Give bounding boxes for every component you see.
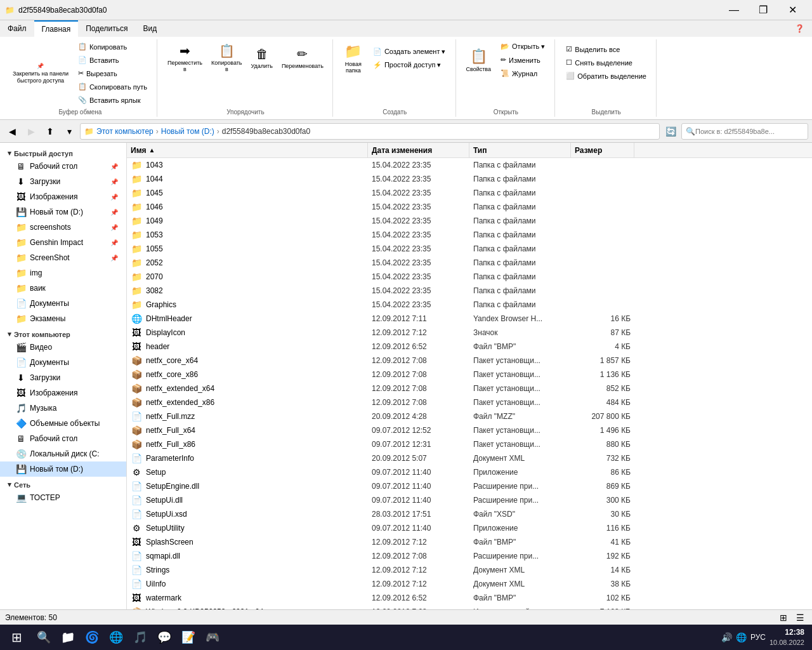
table-row[interactable]: 🖼 SplashScreen 12.09.2012 7:12 Файл "BMP… xyxy=(127,535,812,549)
sidebar-item-vaik[interactable]: 📁 ваик xyxy=(0,281,126,296)
properties-button[interactable]: 📋 Свойства xyxy=(462,46,495,75)
taskbar-search-button[interactable]: 🔍 xyxy=(33,626,55,649)
table-row[interactable]: 📦 netfx_core_x64 12.09.2012 7:08 Пакет у… xyxy=(127,354,812,368)
taskbar-chat-button[interactable]: 💬 xyxy=(154,626,175,649)
taskbar-app3-button[interactable]: 🌀 xyxy=(81,626,103,649)
table-row[interactable]: 📁 1049 15.04.2022 23:35 Папка с файлами xyxy=(127,214,812,228)
move-button[interactable]: ➡ Переместитьв xyxy=(164,41,206,75)
journal-button[interactable]: 📜 Журнал xyxy=(496,67,549,79)
taskbar-edge-button[interactable]: 🌐 xyxy=(105,626,127,649)
sidebar-section-quick-access[interactable]: ▾ Быстрый доступ xyxy=(0,145,126,159)
open-button[interactable]: 📂 Открыть ▾ xyxy=(496,41,549,53)
pin-button[interactable]: 📌 Закрепить на панели быстрого доступа xyxy=(9,60,72,87)
maximize-button[interactable]: ❐ xyxy=(749,0,778,20)
table-row[interactable]: 📦 netfx_Full_x64 09.07.2012 12:52 Пакет … xyxy=(127,423,812,437)
table-row[interactable]: 📦 netfx_extended_x64 12.09.2012 7:08 Пак… xyxy=(127,381,812,395)
table-row[interactable]: 📁 3082 15.04.2022 23:35 Папка с файлами xyxy=(127,284,812,298)
table-row[interactable]: 📁 1045 15.04.2022 23:35 Папка с файлами xyxy=(127,186,812,200)
deselect-button[interactable]: ☐ Снять выделение xyxy=(561,56,651,69)
table-row[interactable]: 📁 1053 15.04.2022 23:35 Папка с файлами xyxy=(127,228,812,242)
tab-file[interactable]: Файл xyxy=(0,20,34,37)
sidebar-item-images[interactable]: 🖼 Изображения 📌 xyxy=(0,189,126,204)
table-row[interactable]: 🖼 watermark 12.09.2012 6:52 Файл "BMP" 1… xyxy=(127,591,812,605)
sidebar-item-exams[interactable]: 📁 Экзамены xyxy=(0,311,126,326)
paste-shortcut-button[interactable]: 📎 Вставить ярлык xyxy=(74,94,152,106)
cut-button[interactable]: ✂ Вырезать xyxy=(74,67,152,79)
sidebar-item-screenshots[interactable]: 📁 screenshots 📌 xyxy=(0,220,126,235)
new-item-button[interactable]: 📄 Создать элемент ▾ xyxy=(369,46,450,58)
table-row[interactable]: 📄 SetupUi.xsd 28.03.2012 17:51 Файл "XSD… xyxy=(127,507,812,521)
select-all-button[interactable]: ☑ Выделить все xyxy=(561,43,651,55)
view-grid-button[interactable]: ⊞ xyxy=(776,611,790,625)
paste-button[interactable]: 📄 Вставить xyxy=(74,54,152,66)
new-folder-button[interactable]: 📁 Новая папка xyxy=(339,41,367,76)
table-row[interactable]: 📦 netfx_Full_x86 09.07.2012 12:31 Пакет … xyxy=(127,437,812,451)
tray-speaker-icon[interactable]: 🔊 xyxy=(721,632,732,642)
table-row[interactable]: 📁 1046 15.04.2022 23:35 Папка с файлами xyxy=(127,200,812,214)
tab-share[interactable]: Поделиться xyxy=(78,20,135,37)
col-header-size[interactable]: Размер xyxy=(571,143,634,157)
sidebar-item-c-drive[interactable]: 💿 Локальный диск (C: xyxy=(0,446,126,461)
table-row[interactable]: 📁 2070 15.04.2022 23:35 Папка с файлами xyxy=(127,270,812,284)
table-row[interactable]: 📁 1055 15.04.2022 23:35 Папка с файлами xyxy=(127,242,812,256)
table-row[interactable]: 🖼 header 12.09.2012 6:52 Файл "BMP" 4 КБ xyxy=(127,340,812,354)
col-header-date[interactable]: Дата изменения xyxy=(368,143,469,157)
sidebar-item-documents[interactable]: 📄 Документы xyxy=(0,296,126,311)
copy-button[interactable]: 📋 Копировать xyxy=(74,41,152,53)
col-header-name[interactable]: Имя ▲ xyxy=(127,143,368,157)
taskbar-notes-button[interactable]: 📝 xyxy=(178,626,199,649)
sidebar-section-network[interactable]: ▾ Сеть xyxy=(0,477,126,490)
breadcrumb-item-drive[interactable]: Новый том (D:) xyxy=(161,127,214,136)
sidebar-item-docs2[interactable]: 📄 Документы xyxy=(0,355,126,370)
taskbar-explorer-button[interactable]: 📁 xyxy=(57,626,79,649)
sidebar-item-video[interactable]: 🎬 Видео xyxy=(0,340,126,355)
start-button[interactable]: ⊞ xyxy=(3,626,30,649)
invert-selection-button[interactable]: ⬜ Обратить выделение xyxy=(561,70,651,82)
easy-access-button[interactable]: ⚡ Простой доступ ▾ xyxy=(369,59,450,71)
sidebar-item-3d[interactable]: 🔷 Объемные объекты xyxy=(0,416,126,431)
sidebar-item-downloads[interactable]: ⬇ Загрузки 📌 xyxy=(0,174,126,189)
view-list-button[interactable]: ☰ xyxy=(793,611,807,625)
taskbar-clock[interactable]: 12:38 10.08.2022 xyxy=(769,628,804,647)
sidebar-item-dl2[interactable]: ⬇ Загрузки xyxy=(0,370,126,385)
table-row[interactable]: 📄 ParameterInfo 20.09.2012 5:07 Документ… xyxy=(127,451,812,465)
table-row[interactable]: 📄 UiInfo 12.09.2012 7:12 Документ XML 38… xyxy=(127,577,812,591)
search-input[interactable] xyxy=(695,128,804,135)
sidebar-item-desktop[interactable]: 🖥 Рабочий стол 📌 xyxy=(0,159,126,174)
rename-button[interactable]: ✏ Переименовать xyxy=(278,44,327,72)
table-row[interactable]: 📦 netfx_core_x86 12.09.2012 7:08 Пакет у… xyxy=(127,368,812,381)
table-row[interactable]: 📄 netfx_Full.mzz 20.09.2012 4:28 Файл "M… xyxy=(127,409,812,423)
sidebar-item-img[interactable]: 📁 img xyxy=(0,265,126,281)
table-row[interactable]: 📄 SetupUi.dll 09.07.2012 11:40 Расширени… xyxy=(127,493,812,507)
minimize-button[interactable]: — xyxy=(719,0,749,20)
table-row[interactable]: ⚙ SetupUtility 09.07.2012 11:40 Приложен… xyxy=(127,521,812,535)
table-row[interactable]: 📄 SetupEngine.dll 09.07.2012 11:40 Расши… xyxy=(127,479,812,493)
tab-view[interactable]: Вид xyxy=(135,20,164,37)
tray-network-icon[interactable]: 🌐 xyxy=(736,632,747,642)
table-row[interactable]: 📦 netfx_extended_x86 12.09.2012 7:08 Пак… xyxy=(127,395,812,409)
refresh-button[interactable]: 🔄 xyxy=(662,123,679,140)
table-row[interactable]: 📄 Strings 12.09.2012 7:12 Документ XML 1… xyxy=(127,563,812,577)
table-row[interactable]: 📁 2052 15.04.2022 23:35 Папка с файлами xyxy=(127,256,812,270)
up-button[interactable]: ⬆ xyxy=(42,123,58,140)
taskbar-media-button[interactable]: 🎵 xyxy=(129,626,151,649)
recent-button[interactable]: ▾ xyxy=(61,123,77,140)
delete-button[interactable]: 🗑 Удалить xyxy=(247,44,277,72)
sidebar-item-d-drive[interactable]: 💾 Новый том (D:) xyxy=(0,461,126,477)
sidebar-item-desktop2[interactable]: 🖥 Рабочий стол xyxy=(0,431,126,446)
table-row[interactable]: 🖼 DisplayIcon 12.09.2012 7:12 Значок 87 … xyxy=(127,326,812,340)
sidebar-item-toster[interactable]: 💻 ТОСТЕР xyxy=(0,490,126,505)
table-row[interactable]: ⚙ Setup 09.07.2012 11:40 Приложение 86 К… xyxy=(127,465,812,479)
table-row[interactable]: 📁 Graphics 15.04.2022 23:35 Папка с файл… xyxy=(127,298,812,312)
forward-button[interactable]: ▶ xyxy=(23,123,39,140)
sidebar-section-this-computer[interactable]: ▾ Этот компьютер xyxy=(0,326,126,340)
copy-path-button[interactable]: 📋 Скопировать путь xyxy=(74,81,152,93)
table-row[interactable]: 📁 1043 15.04.2022 23:35 Папка с файлами xyxy=(127,158,812,172)
help-button[interactable]: ❓ xyxy=(787,20,812,37)
table-row[interactable]: 🌐 DHtmlHeader 12.09.2012 7:11 Yandex Bro… xyxy=(127,312,812,326)
sidebar-item-new-volume[interactable]: 💾 Новый том (D:) 📌 xyxy=(0,204,126,220)
breadcrumb-item-computer[interactable]: Этот компьютер xyxy=(96,127,154,136)
table-row[interactable]: 📦 Windows6.0-KB956250-v6001-x64 12.09.20… xyxy=(127,605,812,609)
copy-to-button[interactable]: 📋 Копироватьв xyxy=(207,41,246,75)
col-header-type[interactable]: Тип xyxy=(469,143,571,157)
